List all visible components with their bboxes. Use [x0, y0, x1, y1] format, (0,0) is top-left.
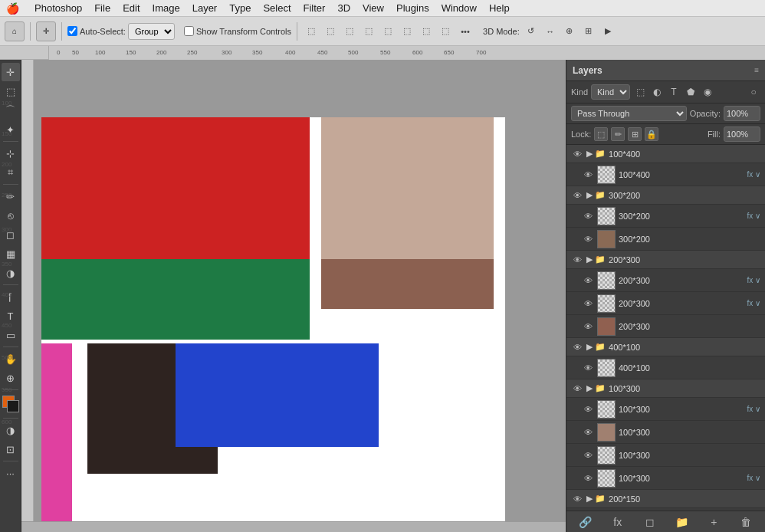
align-bottom-button[interactable]: ⬚: [399, 23, 415, 40]
new-group-button[interactable]: 📁: [673, 514, 690, 530]
delete-layer-button[interactable]: 🗑: [737, 514, 754, 530]
menu-plugins[interactable]: Plugins: [390, 1, 435, 15]
3d-pan-button[interactable]: ↔: [542, 23, 559, 40]
apple-menu[interactable]: 🍎: [6, 2, 19, 15]
new-layer-button[interactable]: +: [705, 514, 722, 530]
horizontal-scrollbar[interactable]: [21, 521, 566, 532]
eye-icon-group-200x300[interactable]: 👁: [571, 254, 583, 266]
auto-select-checkbox[interactable]: [67, 26, 77, 36]
menu-3d[interactable]: 3D: [331, 1, 356, 15]
layer-item-7[interactable]: 👁 100*300 fx ∨: [566, 398, 765, 421]
menu-layer[interactable]: Layer: [186, 1, 224, 15]
color-swatches[interactable]: [2, 396, 19, 412]
eye-icon-group-100x400[interactable]: 👁: [571, 148, 583, 160]
menu-file[interactable]: File: [88, 1, 117, 15]
eye-icon-layer-10[interactable]: 👁: [582, 472, 594, 484]
distribute-v-button[interactable]: ⬚: [437, 23, 454, 40]
layer-group-300x200[interactable]: 👁 ▶ 📁 300*200: [566, 186, 765, 205]
layer-item-1[interactable]: 👁 300*200 fx ∨: [566, 205, 765, 228]
eye-icon-layer-4[interactable]: 👁: [582, 297, 594, 310]
clone-tool[interactable]: ⎋: [2, 206, 20, 225]
3d-rotate-button[interactable]: ↺: [523, 23, 540, 40]
eye-icon-layer-7[interactable]: 👁: [582, 403, 594, 415]
layers-panel-menu[interactable]: ≡: [754, 66, 759, 74]
lock-artboard-button[interactable]: ⊞: [628, 127, 642, 141]
more-tools-button[interactable]: ···: [2, 464, 20, 482]
home-button[interactable]: ⌂: [5, 21, 25, 41]
eye-icon-layer-5[interactable]: 👁: [582, 320, 594, 333]
lock-all-button[interactable]: 🔒: [645, 127, 658, 141]
layer-item-0[interactable]: 👁 100*400 fx ∨: [566, 163, 765, 186]
menu-window[interactable]: Window: [435, 1, 483, 15]
layer-item-3[interactable]: 👁 200*300 fx ∨: [566, 269, 765, 292]
eye-icon-layer-6[interactable]: 👁: [582, 362, 594, 374]
fx-label-3[interactable]: fx ∨: [747, 276, 760, 284]
layer-group-100x400[interactable]: 👁 ▶ 📁 100*400: [566, 145, 765, 163]
select-rect-tool[interactable]: ⬚: [2, 82, 20, 100]
opacity-input[interactable]: [724, 106, 760, 121]
auto-select-dropdown[interactable]: Group Layer: [128, 23, 175, 40]
menu-view[interactable]: View: [356, 1, 390, 15]
eye-icon-layer-3[interactable]: 👁: [582, 274, 594, 287]
3d-extra-button[interactable]: ⊞: [580, 23, 597, 40]
filter-type-icon[interactable]: T: [667, 85, 681, 99]
filter-adjust-icon[interactable]: ◐: [650, 85, 664, 99]
fill-input[interactable]: [724, 126, 760, 142]
distribute-h-button[interactable]: ⬚: [418, 23, 435, 40]
fx-label-1[interactable]: fx ∨: [747, 212, 760, 220]
eye-icon-group-100x300[interactable]: 👁: [571, 383, 583, 395]
canvas-workspace[interactable]: [34, 60, 566, 521]
filter-shape-icon[interactable]: ⬟: [684, 85, 698, 99]
layer-group-200x150[interactable]: 👁 ▶ 📁 200*150: [566, 490, 765, 508]
filter-toggle[interactable]: ○: [747, 85, 760, 99]
zoom-tool[interactable]: ⊕: [2, 369, 20, 387]
layer-group-100x300[interactable]: 👁 ▶ 📁 100*300: [566, 379, 765, 398]
layer-item-4[interactable]: 👁 200*300 fx ∨: [566, 292, 765, 315]
blend-mode-select[interactable]: Pass Through Normal Multiply: [571, 106, 687, 121]
menu-photoshop[interactable]: Photoshop: [28, 1, 88, 15]
layer-item-5[interactable]: 👁 200*300: [566, 315, 765, 338]
layer-item-8[interactable]: 👁 100*300: [566, 421, 765, 444]
lock-pixels-button[interactable]: ⬚: [594, 127, 608, 141]
transform-controls-checkbox[interactable]: [184, 26, 194, 36]
align-center-v-button[interactable]: ⬚: [379, 23, 396, 40]
layer-item-10[interactable]: 👁 100*300 fx ∨: [566, 467, 765, 490]
layer-item-2[interactable]: 👁 300*200: [566, 228, 765, 251]
align-left-button[interactable]: ⬚: [303, 23, 320, 40]
align-center-h-button[interactable]: ⬚: [322, 23, 339, 40]
menu-filter[interactable]: Filter: [297, 1, 332, 15]
layer-group-200x300[interactable]: 👁 ▶ 📁 200*300: [566, 251, 765, 269]
add-mask-button[interactable]: ◻: [642, 514, 658, 530]
fx-label-0[interactable]: fx ∨: [747, 170, 760, 179]
align-right-button[interactable]: ⬚: [341, 23, 358, 40]
eye-icon-layer-8[interactable]: 👁: [582, 426, 594, 438]
link-layers-button[interactable]: 🔗: [577, 514, 594, 530]
menu-type[interactable]: Type: [223, 1, 257, 15]
move-tool-options[interactable]: ✛: [36, 21, 56, 41]
eye-icon-group-200x150[interactable]: 👁: [571, 493, 583, 505]
menu-edit[interactable]: Edit: [117, 1, 146, 15]
3d-zoom-button[interactable]: ⊕: [561, 23, 578, 40]
eye-icon-group-400x100[interactable]: 👁: [571, 341, 583, 353]
eye-icon-layer-9[interactable]: 👁: [582, 449, 594, 461]
eye-icon-layer-2[interactable]: 👁: [582, 233, 594, 245]
layer-group-400x100[interactable]: 👁 ▶ 📁 400*100: [566, 338, 765, 356]
filter-pixel-icon[interactable]: ⬚: [633, 85, 647, 99]
align-top-button[interactable]: ⬚: [360, 23, 377, 40]
add-style-button[interactable]: fx: [609, 514, 626, 530]
screen-mode-button[interactable]: ⊡: [2, 440, 20, 458]
3d-video-button[interactable]: ▶: [599, 23, 616, 40]
filter-smart-icon[interactable]: ◉: [701, 85, 714, 99]
layer-item-9[interactable]: 👁 100*300: [566, 444, 765, 467]
lock-position-button[interactable]: ✏: [611, 127, 625, 141]
menu-select[interactable]: Select: [257, 1, 297, 15]
eye-icon-group-300x200[interactable]: 👁: [571, 189, 583, 202]
fx-label-4[interactable]: fx ∨: [747, 299, 760, 307]
layer-item-6[interactable]: 👁 400*100: [566, 356, 765, 379]
fx-label-7[interactable]: fx ∨: [747, 405, 760, 413]
more-options-button[interactable]: •••: [457, 23, 474, 40]
crop-tool[interactable]: ⊹: [2, 144, 20, 163]
eye-icon-layer-1[interactable]: 👁: [582, 210, 594, 222]
menu-help[interactable]: Help: [483, 1, 516, 15]
eye-icon-layer-0[interactable]: 👁: [582, 169, 594, 181]
